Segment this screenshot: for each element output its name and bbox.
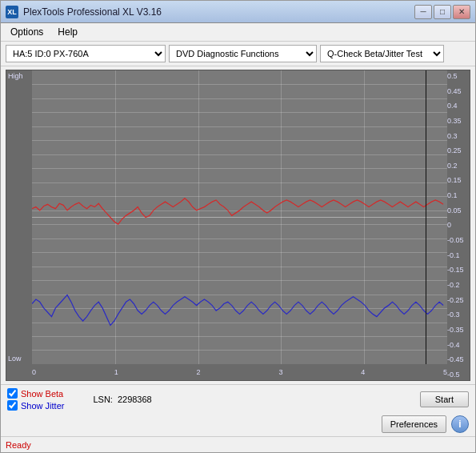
start-button[interactable]: Start <box>420 391 469 407</box>
title-bar-controls: ─ □ ✕ <box>414 5 470 19</box>
y-high-label: High <box>8 72 23 80</box>
test-select[interactable]: Q-Check Beta/Jitter Test <box>320 45 444 62</box>
x-axis: 0 1 2 3 4 5 <box>32 364 447 380</box>
menu-bar: Options Help <box>1 23 475 42</box>
app-icon: XL <box>6 6 18 18</box>
lsn-display: LSN: 2298368 <box>93 395 151 404</box>
chart-area: High Low 0.5 0.45 0.4 0.35 0.3 0.25 0.2 … <box>6 70 470 381</box>
status-bar: Ready <box>1 436 475 452</box>
show-jitter-label[interactable]: Show Jitter <box>7 400 64 411</box>
main-window: XL PlexTools Professional XL V3.16 ─ □ ✕… <box>0 0 476 453</box>
chart-plot <box>32 70 447 364</box>
bottom-buttons: Preferences i <box>1 414 475 436</box>
show-beta-checkbox[interactable] <box>7 388 18 399</box>
menu-help[interactable]: Help <box>51 25 84 39</box>
maximize-button[interactable]: □ <box>434 5 451 19</box>
window-title: PlexTools Professional XL V3.16 <box>23 6 162 18</box>
show-jitter-checkbox[interactable] <box>7 400 18 411</box>
status-text: Ready <box>6 440 31 450</box>
lsn-value: 2298368 <box>118 395 152 404</box>
info-button[interactable]: i <box>451 415 469 433</box>
preferences-button[interactable]: Preferences <box>382 415 446 433</box>
close-button[interactable]: ✕ <box>453 5 470 19</box>
minimize-button[interactable]: ─ <box>414 5 432 19</box>
lsn-label: LSN: <box>93 395 112 404</box>
show-beta-label[interactable]: Show Beta <box>7 388 64 399</box>
toolbar: HA:5 ID:0 PX-760A DVD Diagnostic Functio… <box>1 42 475 66</box>
y-axis-right: 0.5 0.45 0.4 0.35 0.3 0.25 0.2 0.15 0.1 … <box>447 70 470 380</box>
controls-area: Show Beta Show Jitter LSN: 2298368 Start <box>1 384 475 414</box>
button-area: Start <box>420 391 469 407</box>
menu-options[interactable]: Options <box>4 25 50 39</box>
title-bar: XL PlexTools Professional XL V3.16 ─ □ ✕ <box>1 1 475 23</box>
drive-select[interactable]: HA:5 ID:0 PX-760A <box>6 45 166 62</box>
title-bar-left: XL PlexTools Professional XL V3.16 <box>6 6 162 18</box>
y-low-label: Low <box>8 355 22 363</box>
chart-svg <box>32 70 447 364</box>
function-select[interactable]: DVD Diagnostic Functions <box>169 45 317 62</box>
